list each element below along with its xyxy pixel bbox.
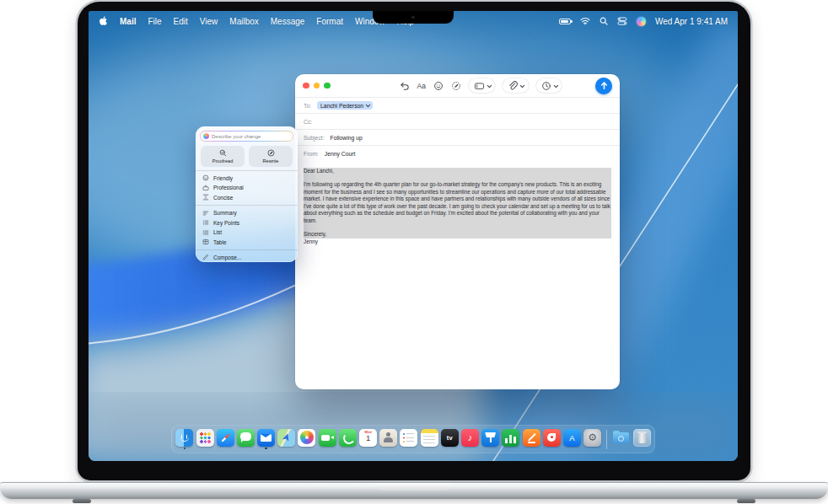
proofread-button[interactable]: Proofread bbox=[201, 146, 245, 167]
from-label: From: bbox=[304, 151, 319, 157]
dock-keynote[interactable] bbox=[481, 429, 499, 450]
writing-tools-item-table[interactable]: Table bbox=[200, 237, 293, 247]
writing-tools-item-friendly[interactable]: Friendly bbox=[200, 174, 293, 184]
closing-line: Sincerely, bbox=[304, 231, 611, 238]
item-label: Table bbox=[213, 239, 227, 245]
dock-downloads[interactable] bbox=[612, 429, 630, 450]
writing-tools-item-summary[interactable]: Summary bbox=[200, 208, 293, 218]
to-label: To: bbox=[304, 103, 311, 109]
menu-item-file[interactable]: File bbox=[148, 17, 161, 26]
describe-change-field[interactable] bbox=[200, 131, 293, 142]
describe-change-input[interactable] bbox=[212, 134, 288, 139]
markup-button[interactable] bbox=[451, 81, 461, 91]
close-button[interactable] bbox=[303, 83, 309, 89]
contacts-icon bbox=[379, 429, 397, 447]
chevron-down-icon bbox=[487, 83, 492, 87]
fonts-label: Aa bbox=[417, 82, 426, 90]
format-picker-button[interactable] bbox=[469, 78, 496, 93]
dock-music[interactable]: ♪ bbox=[461, 429, 479, 450]
undo-arrow-icon bbox=[400, 81, 410, 91]
launchpad-icon bbox=[196, 429, 214, 447]
menu-item-message[interactable]: Message bbox=[271, 17, 305, 26]
dock-phone[interactable] bbox=[339, 429, 357, 450]
control-center-icon[interactable] bbox=[617, 17, 627, 25]
writing-tools-item-professional[interactable]: Professional bbox=[200, 183, 293, 193]
cc-field[interactable]: Cc: bbox=[295, 113, 620, 129]
dock-app-store[interactable]: A bbox=[563, 429, 581, 450]
menu-item-view[interactable]: View bbox=[200, 17, 218, 26]
compose-toolbar: Aa bbox=[295, 74, 620, 97]
writing-tools-item-compose[interactable]: Compose... bbox=[200, 253, 293, 263]
pages-icon bbox=[523, 429, 540, 447]
dock-contacts[interactable] bbox=[379, 429, 397, 450]
siri-icon[interactable] bbox=[637, 17, 646, 26]
photos-icon bbox=[298, 429, 315, 447]
dock: Wed1 tv ♪ A ⚙ bbox=[171, 425, 655, 453]
dock-messages[interactable] bbox=[237, 429, 255, 450]
item-label: Concise bbox=[213, 195, 233, 201]
fonts-button[interactable]: Aa bbox=[417, 82, 426, 90]
calendar-day: 1 bbox=[359, 434, 377, 442]
selected-text-block: Dear Lanchi, I'm following up regarding … bbox=[304, 168, 611, 239]
item-label: Compose... bbox=[213, 255, 241, 260]
clock-icon bbox=[541, 81, 551, 91]
item-label: Summary bbox=[213, 210, 237, 216]
message-body[interactable]: Dear Lanchi, I'm following up regarding … bbox=[295, 161, 620, 245]
separator bbox=[196, 205, 298, 206]
send-button[interactable] bbox=[595, 78, 612, 94]
subject-field[interactable]: Subject: Following up bbox=[295, 129, 620, 145]
dock-photos[interactable] bbox=[298, 429, 315, 450]
body-paragraph: I'm following up regarding the 4th quart… bbox=[304, 181, 611, 224]
running-indicator bbox=[184, 448, 185, 449]
dock-numbers[interactable] bbox=[502, 429, 519, 450]
menu-item-edit[interactable]: Edit bbox=[174, 17, 188, 26]
apple-menu-icon[interactable] bbox=[99, 16, 108, 27]
markup-stamp-icon bbox=[451, 81, 461, 91]
pencil-circle-icon bbox=[267, 149, 275, 157]
dock-finder[interactable] bbox=[175, 429, 193, 450]
from-field[interactable]: From: Jenny Court bbox=[295, 145, 620, 161]
attach-button[interactable] bbox=[503, 78, 529, 93]
rewrite-button[interactable]: Rewrite bbox=[249, 146, 293, 167]
schedule-send-button[interactable] bbox=[536, 78, 562, 93]
writing-tools-item-key-points[interactable]: Key Points bbox=[200, 217, 293, 228]
messages-icon bbox=[237, 429, 255, 447]
menu-item-mail[interactable]: Mail bbox=[120, 17, 136, 26]
dock-notes[interactable] bbox=[421, 429, 438, 450]
undo-button[interactable] bbox=[400, 81, 410, 91]
emoji-button[interactable] bbox=[433, 81, 444, 91]
menu-bar-clock[interactable]: Wed Apr 1 9:41 AM bbox=[655, 17, 728, 26]
dock-pages[interactable] bbox=[523, 429, 540, 450]
menu-item-format[interactable]: Format bbox=[316, 17, 343, 26]
zoom-button[interactable] bbox=[324, 83, 331, 89]
dock-tv[interactable]: tv bbox=[441, 429, 459, 450]
writing-tools-popup: Proofread Rewrite Friendly Professional bbox=[196, 126, 298, 262]
bullet-list-icon bbox=[202, 219, 209, 226]
dock-calendar[interactable]: Wed1 bbox=[359, 429, 377, 450]
recipient-name: Lanchi Pederson bbox=[320, 103, 363, 109]
rewrite-label: Rewrite bbox=[263, 158, 279, 164]
to-field[interactable]: To: Lanchi Pederson bbox=[295, 97, 620, 113]
dock-launchpad[interactable] bbox=[196, 429, 214, 450]
writing-tools-item-concise[interactable]: Concise bbox=[200, 193, 293, 203]
dock-divider bbox=[606, 430, 607, 449]
dock-settings[interactable]: ⚙ bbox=[583, 429, 601, 450]
search-icon[interactable] bbox=[599, 17, 608, 25]
dock-safari[interactable] bbox=[217, 429, 234, 450]
menu-item-mailbox[interactable]: Mailbox bbox=[229, 17, 258, 26]
dock-maps[interactable] bbox=[277, 429, 295, 450]
dock-trash[interactable] bbox=[633, 429, 651, 450]
magnifier-check-icon bbox=[219, 149, 227, 157]
numbers-icon bbox=[502, 429, 519, 447]
battery-icon[interactable] bbox=[559, 19, 571, 24]
minimize-button[interactable] bbox=[314, 83, 320, 89]
dock-rocket[interactable] bbox=[543, 429, 561, 450]
dock-reminders[interactable] bbox=[400, 429, 417, 450]
dock-facetime[interactable] bbox=[319, 429, 336, 450]
wifi-icon[interactable] bbox=[580, 17, 590, 25]
subject-label: Subject: bbox=[304, 135, 325, 141]
recipient-token[interactable]: Lanchi Pederson bbox=[317, 101, 373, 110]
dock-mail[interactable] bbox=[257, 429, 275, 450]
writing-tools-item-list[interactable]: List bbox=[200, 228, 293, 238]
lid-scoop bbox=[377, 483, 451, 491]
